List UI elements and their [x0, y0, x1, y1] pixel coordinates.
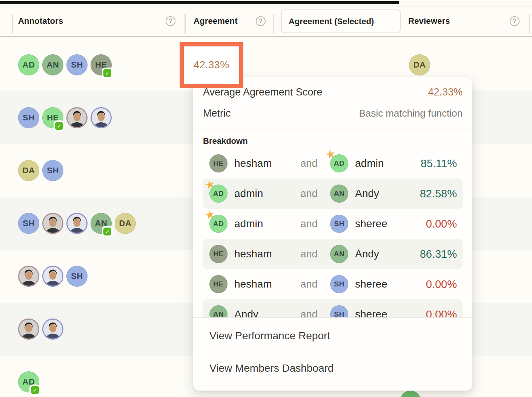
action-view-members-dashboard[interactable]: View Members Dashboard [193, 352, 472, 385]
header-divider [529, 14, 530, 34]
verified-check-icon: ✓ [54, 120, 65, 131]
header-divider [273, 14, 274, 34]
annotators-cell: SHHE✓ [18, 91, 112, 144]
agreement-cell-highlight[interactable]: 42.33% [180, 42, 243, 88]
annotators-cell [18, 303, 63, 355]
table-header: Annotators ? Agreement ? Agreement (Sele… [0, 6, 532, 36]
avatar-sh[interactable]: SH [18, 213, 39, 234]
avatar-he[interactable]: HE✓ [91, 54, 112, 75]
avatar-ad[interactable]: AD★ [209, 185, 228, 203]
star-icon: ★ [204, 178, 217, 191]
header-divider [12, 14, 13, 34]
breakdown-conjunction: and [288, 248, 330, 260]
avatar-ad[interactable]: AD✓ [18, 371, 39, 392]
breakdown-name-b: Andy [355, 248, 379, 260]
help-icon-reviewers[interactable]: ? [510, 16, 520, 26]
avatar-he[interactable]: HE [209, 154, 228, 172]
annotators-cell: AD✓ [18, 355, 39, 397]
average-agreement-value: 42.33% [428, 86, 463, 98]
avatar-sh[interactable]: SH [18, 107, 39, 128]
annotators-cell: DASH [18, 144, 63, 197]
breakdown-name-b: Andy [355, 188, 379, 200]
column-header-annotators: Annotators [18, 16, 63, 26]
avatar-an[interactable]: AN [209, 305, 228, 317]
breakdown-conjunction: and [288, 309, 330, 318]
avatar-da[interactable]: DA [409, 54, 430, 75]
breakdown-name-b: sheree [355, 218, 387, 230]
photo-avatar[interactable] [42, 319, 63, 340]
annotators-cell: ADANSHHE✓ [18, 38, 112, 91]
breakdown-row: AD★adminandANAndy82.58% [203, 178, 463, 209]
annotators-cell: SHAN✓DA [18, 197, 136, 250]
breakdown-conjunction: and [288, 188, 330, 200]
breakdown-name-a: admin [234, 218, 288, 230]
column-header-agreement: Agreement [194, 16, 238, 26]
agreement-popover: Average Agreement Score 42.33% Metric Ba… [193, 77, 472, 391]
breakdown-title: Breakdown [203, 136, 248, 146]
photo-avatar[interactable] [91, 107, 112, 128]
breakdown-score: 82.58% [420, 188, 457, 200]
avatar-an[interactable]: AN [330, 185, 348, 203]
annotation-table-page: Annotators ? Agreement ? Agreement (Sele… [0, 0, 532, 397]
avatar-ad[interactable]: AD [18, 54, 39, 75]
verified-check-icon: ✓ [102, 226, 113, 237]
help-icon-agreement[interactable]: ? [256, 16, 266, 26]
photo-avatar[interactable] [66, 107, 88, 128]
metric-label: Metric [203, 108, 231, 119]
star-icon: ★ [324, 148, 337, 161]
action-view-performance-report[interactable]: View Performance Report [193, 320, 472, 352]
avatar-he[interactable]: HE [209, 275, 228, 293]
breakdown-score: 0.00% [426, 218, 457, 230]
column-header-reviewers: Reviewers [408, 16, 450, 26]
breakdown-score: 85.11% [421, 157, 457, 170]
breakdown-row: AD★adminandSHsheree0.00% [203, 209, 463, 239]
avatar-sh[interactable]: SH [42, 160, 63, 181]
avatar-he[interactable]: HE [209, 245, 228, 263]
average-agreement-label: Average Agreement Score [203, 86, 322, 98]
verified-check-icon: ✓ [29, 385, 40, 395]
avatar-sh[interactable]: SH [330, 215, 348, 233]
breakdown-name-a: hesham [234, 248, 288, 260]
avatar-ad[interactable]: AD★ [209, 215, 228, 233]
breakdown-row: ANAndyandSHsheree0.00% [203, 299, 463, 317]
column-header-agreement-selected[interactable]: Agreement (Selected) [281, 9, 401, 33]
photo-avatar[interactable] [42, 266, 63, 287]
top-black-bar [0, 1, 399, 4]
help-icon-annotators[interactable]: ? [166, 16, 175, 26]
breakdown-name-a: hesham [234, 157, 288, 169]
verified-check-icon: ✓ [102, 68, 113, 78]
avatar-ad[interactable]: AD★ [330, 154, 348, 172]
breakdown-name-b: admin [355, 157, 384, 169]
header-bottom-border [0, 36, 532, 37]
avatar-an[interactable]: AN✓ [91, 213, 112, 234]
avatar-sh[interactable]: SH [330, 305, 348, 317]
avatar-sh[interactable]: SH [66, 266, 88, 287]
breakdown-score: 86.31% [420, 248, 457, 260]
avatar-he[interactable]: HE✓ [42, 107, 63, 128]
avatar-sh[interactable]: SH [66, 54, 88, 75]
breakdown-row: HEheshamandANAndy86.31% [203, 239, 463, 269]
avatar-sh[interactable]: SH [330, 275, 348, 293]
breakdown-conjunction: and [288, 279, 330, 290]
breakdown-name-b: sheree [355, 278, 387, 290]
breakdown-conjunction: and [288, 158, 330, 169]
photo-avatar[interactable] [18, 319, 39, 340]
header-divider [185, 14, 186, 34]
photo-avatar[interactable] [66, 213, 88, 234]
breakdown-name-a: Andy [234, 308, 288, 317]
avatar-da[interactable]: DA [18, 160, 39, 181]
avatar-an[interactable]: AN [330, 245, 348, 263]
breakdown-name-b: sheree [355, 308, 387, 317]
photo-avatar[interactable] [42, 213, 63, 234]
breakdown-row: HEheshamandSHsheree0.00% [203, 269, 463, 299]
agreement-selected-label: Agreement (Selected) [289, 17, 374, 26]
breakdown-row: HEheshamandAD★admin85.11% [203, 148, 463, 178]
star-icon: ★ [204, 208, 217, 222]
breakdown-conjunction: and [288, 218, 330, 230]
popover-divider [193, 129, 472, 129]
popover-divider [193, 317, 472, 318]
avatar-an[interactable]: AN [42, 54, 63, 75]
avatar-da[interactable]: DA [115, 213, 136, 234]
annotators-cell: SH [18, 250, 88, 303]
photo-avatar[interactable] [18, 266, 39, 287]
